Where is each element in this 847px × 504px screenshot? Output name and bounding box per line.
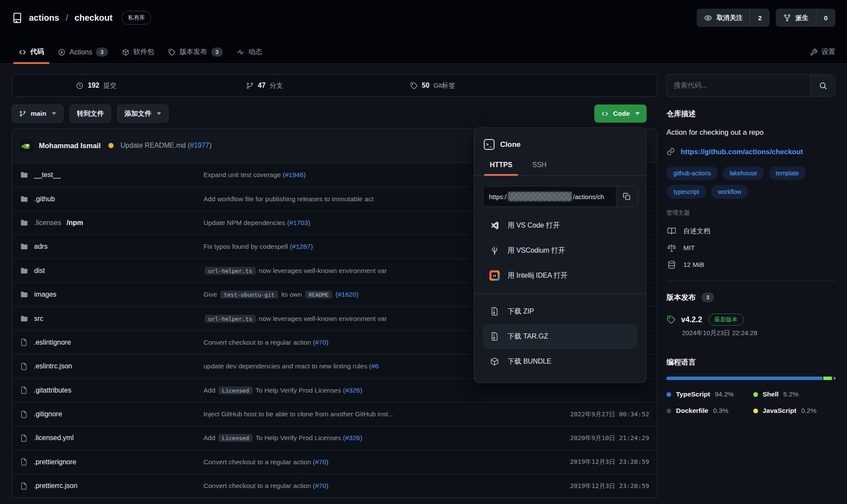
download-zip-item[interactable]: 下载 ZIP: [483, 299, 638, 324]
tab-packages[interactable]: 软件包: [115, 48, 161, 63]
tab-https[interactable]: HTTPS: [483, 157, 519, 175]
issue-link[interactable]: #1703: [289, 219, 308, 226]
file-name-link[interactable]: dist: [20, 266, 203, 275]
copy-url-button[interactable]: [616, 187, 637, 206]
goto-file-button[interactable]: 转到文件: [70, 105, 111, 123]
file-name-link[interactable]: .licenses/npm: [20, 219, 203, 227]
breadcrumb-owner[interactable]: actions: [29, 13, 59, 23]
folder-icon: [20, 195, 29, 203]
tags-stat[interactable]: 50Git标签: [349, 81, 517, 90]
releases-heading[interactable]: 版本发布: [666, 292, 696, 302]
commit-author[interactable]: Mohammad Ismail: [39, 142, 101, 150]
language-legend-item[interactable]: Dockerfile0.3%: [666, 407, 749, 415]
topic-pill[interactable]: workflow: [711, 185, 748, 199]
topic-pill[interactable]: github-actions: [666, 166, 718, 180]
file-name-link[interactable]: __test__: [20, 171, 203, 179]
issue-link[interactable]: #1620: [338, 291, 356, 298]
download-targz-item[interactable]: 下载 TAR.GZ: [483, 324, 638, 349]
commit-message: url-helper.ts now leverages well-known e…: [203, 267, 520, 275]
watch-count[interactable]: 2: [750, 9, 769, 27]
language-bar[interactable]: [666, 377, 835, 380]
issue-link[interactable]: #70: [315, 339, 326, 346]
manage-topics-link[interactable]: 管理主题: [666, 209, 835, 217]
breadcrumb-separator: /: [66, 13, 68, 23]
breadcrumb: actions / checkout 私有库: [12, 11, 151, 25]
fork-icon: [783, 14, 791, 22]
vscodium-icon: [489, 246, 500, 255]
commit-date: 2020年9月10日 21:24:29: [520, 434, 649, 442]
issue-link[interactable]: #1287: [292, 243, 311, 250]
open-vscode-item[interactable]: 用 VS Code 打开: [483, 213, 638, 238]
file-name-link[interactable]: src: [20, 314, 203, 323]
unwatch-button[interactable]: 取消关注 2: [697, 9, 769, 27]
language-legend-item[interactable]: TypeScript94.2%: [666, 390, 749, 398]
commits-stat[interactable]: 192提交: [12, 81, 180, 90]
issue-link[interactable]: #6: [371, 362, 379, 370]
repo-page: actions / checkout 私有库 取消关注 2: [0, 0, 847, 504]
topic-list: github-actionslakehousetemplatetypescrip…: [666, 166, 835, 199]
search-input[interactable]: [667, 75, 810, 96]
file-name-link[interactable]: .prettierrc.json: [20, 482, 203, 490]
commit-message: Give test-ubuntu-git its own README (#16…: [203, 291, 520, 298]
language-legend-item[interactable]: JavaScript0.2%: [753, 407, 836, 415]
language-legend-item[interactable]: Shell5.2%: [753, 390, 836, 398]
tab-activity[interactable]: 动态: [230, 48, 269, 63]
code-chip: Licensed: [219, 387, 253, 394]
folder-icon: [20, 219, 29, 227]
branch-selector[interactable]: main: [12, 105, 63, 123]
file-name-link[interactable]: .prettierignore: [20, 458, 203, 466]
issue-link[interactable]: #70: [315, 458, 326, 466]
language-legend: TypeScript94.2%Shell5.2%Dockerfile0.3%Ja…: [666, 390, 835, 415]
branches-stat[interactable]: 47分支: [180, 81, 348, 90]
code-brackets-icon: [601, 110, 609, 117]
fork-button[interactable]: 派生 0: [776, 9, 835, 27]
file-name-link[interactable]: .eslintignore: [20, 338, 203, 346]
issue-link[interactable]: #1977: [190, 142, 209, 149]
open-intellij-item[interactable]: 用 Intellij IDEA 打开: [483, 263, 638, 288]
repo-website-link[interactable]: https://github.com/actions/checkout: [666, 147, 835, 156]
release-version-link[interactable]: v4.2.2: [681, 315, 702, 324]
topic-pill[interactable]: template: [769, 166, 806, 180]
search-button[interactable]: [810, 75, 835, 96]
file-icon: [20, 338, 28, 346]
issue-link[interactable]: #1946: [285, 171, 304, 178]
commit-date: 2022年9月27日 00:34:52: [520, 410, 649, 418]
add-file-button[interactable]: 添加文件: [117, 105, 168, 123]
tab-code[interactable]: 代码: [12, 48, 51, 63]
commit-status-icon[interactable]: [108, 143, 114, 148]
clone-url-input[interactable]: https://actions/ch: [483, 187, 616, 206]
code-brackets-icon: [19, 48, 26, 56]
folder-icon: [20, 314, 29, 323]
file-name-link[interactable]: adrs: [20, 242, 203, 251]
commit-message: Convert checkout to a regular action (#7…: [203, 482, 520, 490]
issue-link[interactable]: #326: [345, 434, 360, 441]
license-link[interactable]: MIT: [666, 243, 835, 253]
tab-ssh[interactable]: SSH: [525, 157, 553, 175]
file-name-link[interactable]: .licensed.yml: [20, 434, 203, 442]
table-row: .prettierrc.jsonConvert checkout to a re…: [12, 474, 657, 498]
code-button[interactable]: Code: [594, 105, 647, 123]
file-name-link[interactable]: .gitattributes: [20, 386, 203, 394]
file-name-link[interactable]: images: [20, 290, 203, 299]
law-scales-icon: [666, 243, 677, 253]
issue-link[interactable]: #70: [315, 482, 326, 489]
tab-releases[interactable]: 版本发布 3: [161, 48, 230, 63]
file-name-link[interactable]: .eslintrc.json: [20, 362, 203, 371]
download-bundle-item[interactable]: 下载 BUNDLE: [483, 349, 638, 374]
breadcrumb-repo[interactable]: checkout: [75, 13, 113, 23]
release-date: 2024年10月23日 22:24:28: [682, 329, 835, 337]
tab-settings[interactable]: 设置: [803, 48, 835, 63]
commit-message[interactable]: Update README.md (#1977): [121, 142, 212, 149]
issue-link[interactable]: #326: [345, 387, 360, 394]
topic-pill[interactable]: lakehouse: [723, 166, 764, 180]
language-dot-icon: [753, 409, 758, 413]
file-name-link[interactable]: .github: [20, 195, 203, 203]
avatar[interactable]: [20, 139, 33, 152]
file-name-link[interactable]: .gitignore: [20, 410, 203, 418]
readme-link[interactable]: 自述文档: [666, 226, 835, 236]
topic-pill[interactable]: typescript: [666, 185, 706, 199]
open-vscodium-item[interactable]: 用 VSCodium 打开: [483, 238, 638, 263]
fork-count[interactable]: 0: [816, 9, 835, 27]
tab-actions[interactable]: Actions 3: [51, 48, 115, 63]
code-chip: url-helper.ts: [205, 315, 256, 323]
